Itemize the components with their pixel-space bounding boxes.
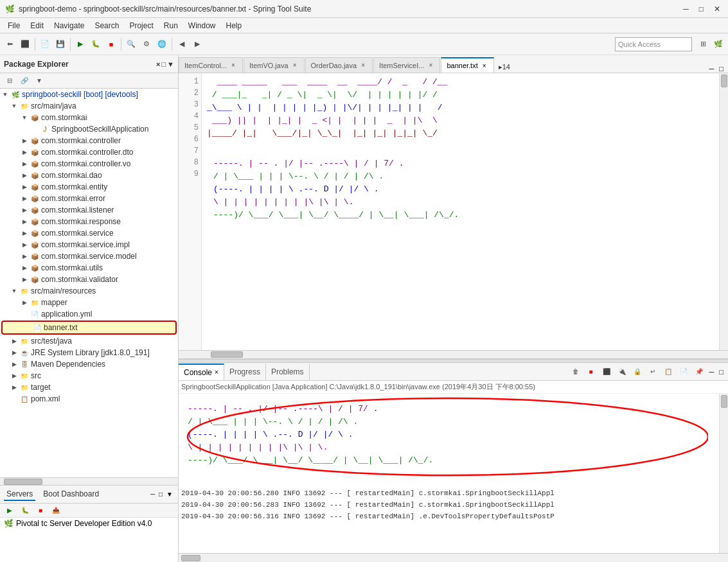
toolbar-btn-stop[interactable]: ■ [104,37,118,51]
tab-itemvo-close[interactable]: × [291,62,299,69]
toolbar-btn-1[interactable]: ⬅ [3,37,17,51]
toolbar-btn-new[interactable]: 📄 [38,37,52,51]
server-item[interactable]: 🌿 Pivotal tc Server Developer Edition v4… [0,518,178,529]
pe-collapse-btn[interactable]: ⊟ [3,74,17,88]
tree-item-error[interactable]: ▶ 📦 com.stormkai.error [0,193,178,204]
server-debug-btn[interactable]: 🐛 [18,504,32,518]
panel-maximize-icon[interactable]: □ [161,60,166,68]
console-close-icon[interactable]: × [215,369,218,376]
tree-item-jre[interactable]: ▶ ☕ JRE System Library [jdk1.8.0_191] [0,347,178,358]
toolbar-btn-search[interactable]: 🔍 [124,37,138,51]
console-disconnect-btn[interactable]: 🔌 [615,365,629,379]
close-button[interactable]: ✕ [711,4,723,13]
tree-item-dao[interactable]: ▶ 📦 com.stormkai.dao [0,170,178,181]
tree-item-service[interactable]: ▶ 📦 com.stormkai.service [0,227,178,239]
menu-search[interactable]: Search [89,20,124,31]
maximize-button[interactable]: □ [697,4,706,13]
console-clear-btn[interactable]: 🗑 [569,365,583,379]
servers-tab[interactable]: Servers [4,488,35,501]
console-maximize-btn[interactable]: □ [717,368,725,376]
servers-maximize-btn[interactable]: □ [157,491,164,498]
tree-item-response[interactable]: ▶ 📦 com.stormkai.response [0,216,178,227]
tree-item-controller-dto[interactable]: ▶ 📦 com.stormkai.controller.dto [0,146,178,158]
tree-item-listener[interactable]: ▶ 📦 com.stormkai.listener [0,204,178,216]
tree-item-src-test[interactable]: ▶ 📁 src/test/java [0,335,178,347]
panel-menu-icon[interactable]: ▼ [167,60,174,68]
menu-navigate[interactable]: Navigate [49,20,89,31]
console-tab-problems[interactable]: Problems [266,364,310,380]
editor-minimize-btn[interactable]: ─ [707,65,716,73]
tree-item-app-yml[interactable]: 📄 application.yml [0,308,178,320]
tree-item-mapper[interactable]: ▶ 📁 mapper [0,297,178,308]
tab-orderdao[interactable]: OrderDao.java × [305,57,373,73]
tree-item-validator[interactable]: ▶ 📦 com.stormkai.validator [0,274,178,285]
perspectives-btn[interactable]: ⊞ [696,37,710,51]
tree-item-root[interactable]: ▼ 🌿 springboot-seckill [boot] [devtools] [0,89,178,100]
toolbar-spring-btn[interactable]: 🌿 [711,37,725,51]
console-pin-btn[interactable]: 📌 [692,365,706,379]
tab-banner-close[interactable]: × [481,62,488,69]
menu-project[interactable]: Project [124,20,158,31]
editor-hscroll[interactable] [179,350,728,359]
menu-run[interactable]: Run [159,20,183,31]
server-start-btn[interactable]: ▶ [3,504,17,518]
left-panel-hscroll[interactable] [0,477,178,485]
console-vscroll-thumb[interactable] [721,395,727,408]
servers-menu-btn[interactable]: ▼ [165,491,174,498]
tree-item-service-impl[interactable]: ▶ 📦 com.stormkai.service.impl [0,239,178,250]
console-scroll-lock-btn[interactable]: 🔒 [630,365,644,379]
console-copy-btn[interactable]: 📋 [661,365,675,379]
toolbar-btn-3[interactable]: 💾 [53,37,67,51]
tree-item-src-main-java[interactable]: ▼ 📁 src/main/java [0,100,178,112]
editor-vscroll[interactable] [719,73,728,350]
tab-itemservice-close[interactable]: × [427,62,434,69]
tab-itemvo[interactable]: ItemVO.java × [244,57,305,73]
tree-item-service-model[interactable]: ▶ 📦 com.stormkai.service.model [0,250,178,262]
tree-item-target[interactable]: ▶ 📁 target [0,382,178,393]
tree-item-controller-vo[interactable]: ▶ 📦 com.stormkai.controller.vo [0,158,178,170]
console-paste-btn[interactable]: 📄 [677,365,691,379]
tree-item-app[interactable]: J SpringbootSeckillApplication [0,123,178,135]
console-tab-progress[interactable]: Progress [224,364,266,380]
toolbar-btn-run[interactable]: ▶ [73,37,87,51]
tab-itemcontrol[interactable]: ItemControl... × [179,57,243,73]
console-vscroll[interactable] [719,394,728,553]
toolbar-btn-forward[interactable]: ▶ [190,37,204,51]
quick-access-box[interactable]: Quick Access [615,37,692,51]
menu-window[interactable]: Window [183,20,221,31]
tree-item-banner-txt[interactable]: 📄 banner.txt [1,321,177,335]
editor-content[interactable]: ____ _____ ___ ____ __ ____/ / _ / /__ /… [202,73,719,350]
menu-edit[interactable]: Edit [25,20,49,31]
server-stop-btn[interactable]: ■ [33,504,48,518]
server-publish-btn[interactable]: 📤 [49,504,63,518]
console-tab-console[interactable]: Console × [179,364,224,380]
tab-itemcontrol-close[interactable]: × [229,62,237,69]
tree-item-src-main-resources[interactable]: ▼ 📁 src/main/resources [0,285,178,297]
console-text[interactable]: -----. | -- . |/ |-- .----\ | / | 7/ . /… [179,394,719,553]
tree-item-src[interactable]: ▶ 📁 src [0,370,178,382]
pe-view-menu-btn[interactable]: ▼ [32,74,46,88]
console-hscroll-thumb[interactable] [181,555,200,561]
tab-banner[interactable]: banner.txt × [441,57,493,73]
tree-item-utils[interactable]: ▶ 📦 com.stormkai.utils [0,262,178,274]
boot-dashboard-tab[interactable]: Boot Dashboard [40,488,102,501]
hscroll-thumb[interactable] [4,479,42,485]
tree-item-com-stormkai[interactable]: ▼ 📦 com.stormkai [0,112,178,123]
tab-orderdao-close[interactable]: × [359,62,367,69]
tab-overflow[interactable]: ▸14 [495,62,514,73]
pe-link-btn[interactable]: 🔗 [17,74,31,88]
panel-minimize-icon[interactable]: × [156,60,160,68]
menu-file[interactable]: File [3,20,25,31]
toolbar-btn-back[interactable]: ◀ [175,37,189,51]
console-minimize-btn[interactable]: ─ [707,368,716,376]
minimize-button[interactable]: ─ [680,4,691,13]
servers-minimize-btn[interactable]: ─ [149,491,156,498]
tree-item-maven[interactable]: ▶ 🗄 Maven Dependencies [0,358,178,370]
toolbar-btn-5[interactable]: ⚙ [139,37,154,51]
console-hscroll[interactable] [179,553,728,562]
editor-hscroll-thumb[interactable] [211,351,243,358]
toolbar-btn-6[interactable]: 🌐 [155,37,169,51]
tree-item-controller[interactable]: ▶ 📦 com.stormkai.controller [0,135,178,146]
toolbar-btn-2[interactable]: ⬛ [18,37,32,51]
editor-maximize-btn[interactable]: □ [717,65,725,73]
